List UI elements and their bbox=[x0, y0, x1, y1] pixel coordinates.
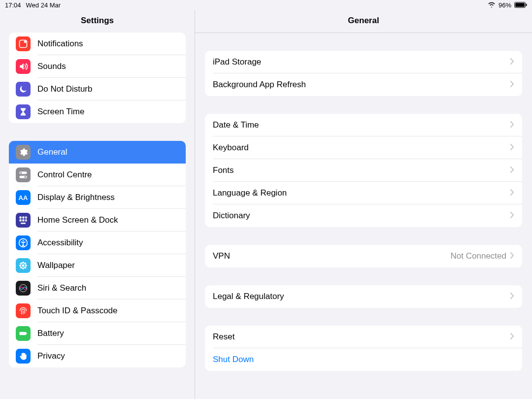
gear-icon bbox=[16, 145, 31, 160]
flower-icon bbox=[16, 258, 31, 273]
svg-rect-10 bbox=[22, 217, 24, 219]
row-shutdown[interactable]: Shut Down bbox=[205, 348, 522, 371]
svg-rect-12 bbox=[20, 219, 22, 221]
sidebar-item-siri[interactable]: Siri & Search bbox=[9, 277, 186, 299]
chevron-right-icon bbox=[510, 332, 514, 342]
svg-point-18 bbox=[22, 265, 25, 267]
row-value: Not Connected bbox=[451, 251, 506, 261]
row-datetime[interactable]: Date & Time bbox=[205, 114, 522, 136]
chevron-right-icon bbox=[510, 211, 514, 221]
svg-point-21 bbox=[19, 265, 21, 266]
moon-icon bbox=[16, 82, 31, 97]
sidebar-item-label: Screen Time bbox=[37, 107, 179, 117]
battery-icon bbox=[514, 2, 527, 8]
grid-icon bbox=[16, 213, 31, 228]
sidebar-item-label: Sounds bbox=[37, 62, 179, 71]
accessibility-icon bbox=[16, 235, 31, 250]
chevron-right-icon bbox=[510, 57, 514, 67]
notifications-icon bbox=[16, 36, 31, 51]
row-label: iPad Storage bbox=[213, 57, 510, 67]
row-label: Date & Time bbox=[213, 120, 510, 130]
svg-rect-29 bbox=[26, 332, 27, 334]
svg-rect-28 bbox=[20, 332, 26, 335]
row-label: Keyboard bbox=[213, 143, 510, 153]
row-keyboard[interactable]: Keyboard bbox=[205, 136, 522, 159]
sidebar-item-notifications[interactable]: Notifications bbox=[9, 33, 186, 55]
svg-point-6 bbox=[20, 172, 22, 173]
sidebar-item-dnd[interactable]: Do Not Disturb bbox=[9, 78, 186, 100]
content-title: General bbox=[195, 10, 532, 33]
toggles-icon bbox=[16, 167, 31, 182]
svg-point-24 bbox=[24, 263, 26, 265]
svg-point-22 bbox=[25, 265, 27, 266]
row-bgrefresh[interactable]: Background App Refresh bbox=[205, 73, 522, 96]
sidebar-item-label: Wallpaper bbox=[37, 261, 179, 270]
sidebar-item-controlcentre[interactable]: Control Centre bbox=[9, 164, 186, 186]
sidebar-title: Settings bbox=[0, 10, 195, 33]
sidebar-item-general[interactable]: General bbox=[9, 141, 186, 164]
sidebar-item-label: Control Centre bbox=[37, 170, 179, 180]
svg-rect-14 bbox=[25, 219, 27, 221]
row-label: Language & Region bbox=[213, 188, 510, 198]
sidebar-item-screentime[interactable]: Screen Time bbox=[9, 100, 186, 123]
chevron-right-icon bbox=[510, 188, 514, 198]
svg-rect-13 bbox=[22, 219, 24, 221]
wifi-icon bbox=[488, 1, 496, 9]
row-language[interactable]: Language & Region bbox=[205, 182, 522, 204]
row-label: Background App Refresh bbox=[213, 80, 510, 90]
row-ipadstorage[interactable]: iPad Storage bbox=[205, 51, 522, 73]
row-label: Shut Down bbox=[213, 355, 514, 365]
chevron-right-icon bbox=[510, 292, 514, 301]
row-legal[interactable]: Legal & Regulatory bbox=[205, 285, 522, 308]
chevron-right-icon bbox=[510, 251, 514, 261]
sidebar: Settings NotificationsSoundsDo Not Distu… bbox=[0, 10, 195, 399]
svg-point-25 bbox=[20, 266, 22, 268]
svg-rect-11 bbox=[25, 217, 27, 219]
sidebar-item-label: Privacy bbox=[37, 351, 179, 361]
sidebar-item-label: Touch ID & Passcode bbox=[37, 306, 179, 316]
row-label: Dictionary bbox=[213, 211, 510, 221]
siri-icon bbox=[16, 281, 31, 296]
svg-point-4 bbox=[24, 40, 27, 43]
sidebar-item-label: Display & Brightness bbox=[37, 193, 179, 202]
svg-rect-15 bbox=[21, 223, 26, 224]
row-vpn[interactable]: VPNNot Connected bbox=[205, 245, 522, 267]
sidebar-item-touchid[interactable]: Touch ID & Passcode bbox=[9, 299, 186, 322]
row-label: Fonts bbox=[213, 166, 510, 175]
svg-point-23 bbox=[20, 263, 22, 265]
svg-rect-2 bbox=[526, 4, 527, 6]
sidebar-item-privacy[interactable]: Privacy bbox=[9, 345, 186, 367]
svg-point-19 bbox=[22, 262, 24, 264]
row-reset[interactable]: Reset bbox=[205, 326, 522, 348]
chevron-right-icon bbox=[510, 120, 514, 130]
svg-point-17 bbox=[23, 240, 24, 242]
status-bar: 17:04 Wed 24 Mar 96% bbox=[0, 0, 532, 10]
sidebar-item-label: Battery bbox=[37, 329, 179, 338]
sidebar-item-label: Siri & Search bbox=[37, 283, 179, 293]
hand-icon bbox=[16, 349, 31, 364]
row-label: Legal & Regulatory bbox=[213, 292, 510, 301]
sidebar-item-label: Accessibility bbox=[37, 238, 179, 248]
status-time: 17:04 bbox=[5, 1, 21, 9]
content-pane: General iPad StorageBackground App Refre… bbox=[195, 10, 532, 399]
row-label: Reset bbox=[213, 332, 510, 342]
chevron-right-icon bbox=[510, 166, 514, 175]
chevron-right-icon bbox=[510, 143, 514, 153]
status-battery-percent: 96% bbox=[499, 1, 511, 9]
sidebar-item-label: Do Not Disturb bbox=[37, 84, 179, 94]
sidebar-item-display[interactable]: AADisplay & Brightness bbox=[9, 186, 186, 209]
sidebar-item-battery[interactable]: Battery bbox=[9, 322, 186, 345]
battery-icon bbox=[16, 326, 31, 341]
sidebar-item-wallpaper[interactable]: Wallpaper bbox=[9, 254, 186, 277]
row-fonts[interactable]: Fonts bbox=[205, 159, 522, 182]
svg-rect-1 bbox=[515, 3, 525, 7]
svg-point-26 bbox=[24, 266, 26, 268]
sidebar-item-accessibility[interactable]: Accessibility bbox=[9, 232, 186, 254]
aa-icon: AA bbox=[16, 190, 31, 205]
sidebar-item-homescreen[interactable]: Home Screen & Dock bbox=[9, 209, 186, 232]
sidebar-item-label: Notifications bbox=[37, 39, 179, 49]
hourglass-icon bbox=[16, 104, 31, 119]
row-dictionary[interactable]: Dictionary bbox=[205, 204, 522, 227]
sidebar-item-sounds[interactable]: Sounds bbox=[9, 55, 186, 78]
sidebar-item-label: General bbox=[37, 147, 179, 157]
